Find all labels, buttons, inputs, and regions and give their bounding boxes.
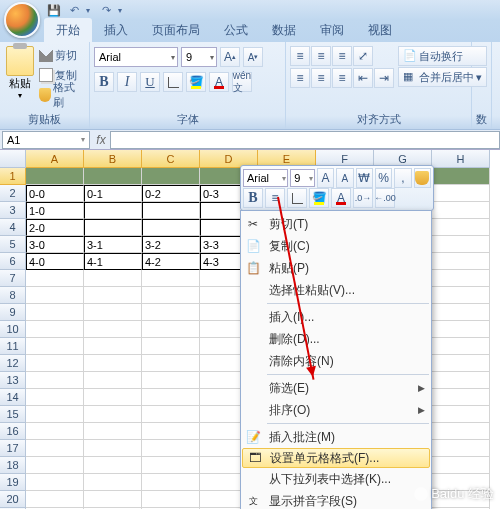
align-top-button[interactable]: ≡ bbox=[290, 46, 310, 66]
cell[interactable] bbox=[432, 236, 490, 253]
fx-icon[interactable]: fx bbox=[92, 133, 110, 147]
align-center-button[interactable]: ≡ bbox=[311, 68, 331, 88]
indent-dec-button[interactable]: ⇤ bbox=[353, 68, 373, 88]
mini-currency[interactable]: ₩ bbox=[356, 168, 373, 188]
row-header[interactable]: 4 bbox=[0, 219, 26, 236]
cell[interactable] bbox=[84, 321, 142, 338]
row-header[interactable]: 6 bbox=[0, 253, 26, 270]
cell[interactable] bbox=[432, 338, 490, 355]
cell[interactable] bbox=[26, 440, 84, 457]
row-header[interactable]: 20 bbox=[0, 491, 26, 508]
cell[interactable] bbox=[432, 168, 490, 185]
tab-view[interactable]: 视图 bbox=[356, 18, 404, 42]
cell[interactable] bbox=[432, 440, 490, 457]
cell[interactable] bbox=[432, 287, 490, 304]
align-left-button[interactable]: ≡ bbox=[290, 68, 310, 88]
cell[interactable] bbox=[84, 270, 142, 287]
mini-dec-decimal[interactable]: .0→ bbox=[353, 188, 373, 208]
ctx-sort[interactable]: 排序(O)▶ bbox=[241, 399, 431, 421]
cell[interactable] bbox=[432, 372, 490, 389]
cell[interactable] bbox=[26, 389, 84, 406]
cell[interactable] bbox=[84, 406, 142, 423]
cell[interactable] bbox=[84, 287, 142, 304]
cell[interactable] bbox=[142, 168, 200, 185]
row-header[interactable]: 5 bbox=[0, 236, 26, 253]
cell[interactable] bbox=[142, 202, 200, 219]
mini-shrink-font[interactable]: A bbox=[336, 168, 353, 188]
cell[interactable] bbox=[142, 423, 200, 440]
name-box[interactable]: A1 bbox=[2, 131, 90, 149]
mini-align[interactable]: ≡ bbox=[265, 188, 285, 208]
cell[interactable]: 2-0 bbox=[26, 219, 84, 236]
orientation-button[interactable]: ⤢ bbox=[353, 46, 373, 66]
mini-border[interactable] bbox=[287, 188, 307, 208]
mini-inc-decimal[interactable]: ←.00 bbox=[375, 188, 395, 208]
cell[interactable] bbox=[142, 304, 200, 321]
font-family-combo[interactable]: Arial bbox=[94, 47, 178, 67]
align-bottom-button[interactable]: ≡ bbox=[332, 46, 352, 66]
cell[interactable] bbox=[84, 304, 142, 321]
cell[interactable] bbox=[142, 406, 200, 423]
cell[interactable] bbox=[142, 219, 200, 236]
tab-insert[interactable]: 插入 bbox=[92, 18, 140, 42]
ctx-format-cells[interactable]: 🗔设置单元格格式(F)... bbox=[242, 448, 430, 468]
cell[interactable] bbox=[142, 491, 200, 508]
indent-inc-button[interactable]: ⇥ bbox=[374, 68, 394, 88]
cell[interactable] bbox=[26, 372, 84, 389]
underline-button[interactable]: U bbox=[140, 72, 160, 92]
ctx-copy[interactable]: 📄复制(C) bbox=[241, 235, 431, 257]
undo-dropdown-icon[interactable]: ▾ bbox=[86, 6, 94, 15]
cell[interactable] bbox=[142, 338, 200, 355]
mini-font-color[interactable]: A bbox=[331, 188, 351, 208]
cell[interactable] bbox=[432, 202, 490, 219]
redo-icon[interactable]: ↷ bbox=[98, 2, 114, 18]
row-header[interactable]: 12 bbox=[0, 355, 26, 372]
mini-fmt-painter[interactable] bbox=[414, 168, 431, 188]
cell[interactable] bbox=[432, 355, 490, 372]
align-middle-button[interactable]: ≡ bbox=[311, 46, 331, 66]
cell[interactable] bbox=[84, 338, 142, 355]
row-header[interactable]: 16 bbox=[0, 423, 26, 440]
ctx-filter[interactable]: 筛选(E)▶ bbox=[241, 377, 431, 399]
ctx-dropdown-pick[interactable]: 从下拉列表中选择(K)... bbox=[241, 468, 431, 490]
cell[interactable] bbox=[26, 406, 84, 423]
font-color-button[interactable]: A bbox=[209, 72, 229, 92]
qat-customize-icon[interactable]: ▾ bbox=[118, 6, 126, 15]
cell[interactable] bbox=[432, 253, 490, 270]
ctx-insert[interactable]: 插入(I)... bbox=[241, 306, 431, 328]
cell[interactable] bbox=[84, 168, 142, 185]
border-button[interactable] bbox=[163, 72, 183, 92]
cell[interactable] bbox=[142, 457, 200, 474]
cell[interactable] bbox=[26, 423, 84, 440]
col-header-A[interactable]: A bbox=[26, 150, 84, 168]
cell[interactable] bbox=[84, 457, 142, 474]
ctx-phonetic[interactable]: 文显示拼音字段(S) bbox=[241, 490, 431, 509]
tab-review[interactable]: 审阅 bbox=[308, 18, 356, 42]
select-all-corner[interactable] bbox=[0, 150, 26, 168]
row-header[interactable]: 19 bbox=[0, 474, 26, 491]
col-header-C[interactable]: C bbox=[142, 150, 200, 168]
row-header[interactable]: 1 bbox=[0, 168, 26, 185]
cell[interactable] bbox=[26, 321, 84, 338]
mini-size-combo[interactable]: 9 bbox=[290, 169, 315, 187]
cell[interactable]: 4-1 bbox=[84, 253, 142, 270]
cell[interactable] bbox=[84, 372, 142, 389]
row-header[interactable]: 10 bbox=[0, 321, 26, 338]
row-header[interactable]: 17 bbox=[0, 440, 26, 457]
tab-home[interactable]: 开始 bbox=[44, 18, 92, 42]
mini-bold[interactable]: B bbox=[243, 188, 263, 208]
cell[interactable]: 3-1 bbox=[84, 236, 142, 253]
cell[interactable] bbox=[142, 474, 200, 491]
cell[interactable]: 3-0 bbox=[26, 236, 84, 253]
cell[interactable]: 0-1 bbox=[84, 185, 142, 202]
align-right-button[interactable]: ≡ bbox=[332, 68, 352, 88]
tab-data[interactable]: 数据 bbox=[260, 18, 308, 42]
cell[interactable] bbox=[432, 406, 490, 423]
bold-button[interactable]: B bbox=[94, 72, 114, 92]
cell[interactable] bbox=[432, 321, 490, 338]
row-header[interactable]: 8 bbox=[0, 287, 26, 304]
cell[interactable] bbox=[84, 355, 142, 372]
cell[interactable] bbox=[432, 219, 490, 236]
mini-font-combo[interactable]: Arial bbox=[243, 169, 288, 187]
cell[interactable] bbox=[142, 372, 200, 389]
